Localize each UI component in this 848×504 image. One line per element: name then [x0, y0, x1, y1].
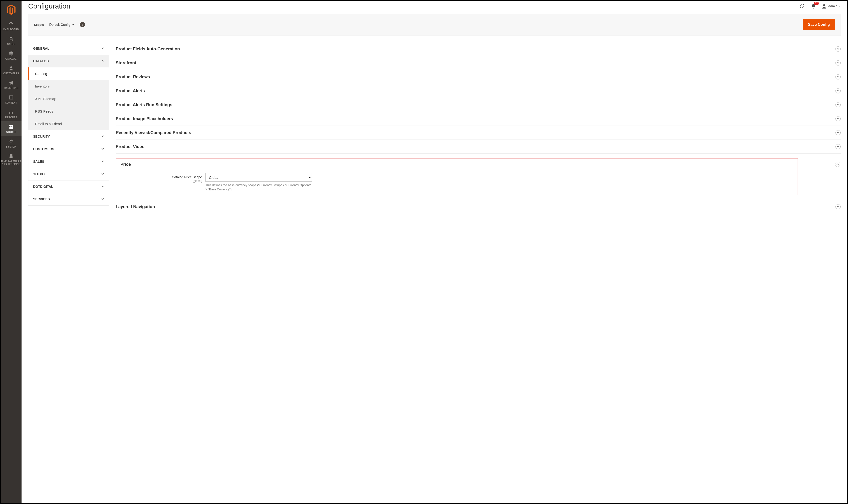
tab-yotpo[interactable]: YOTPO [29, 168, 109, 180]
field-note: This defines the base currency scope ("C… [205, 183, 312, 192]
section-header[interactable]: Product Alerts [116, 88, 841, 93]
subtab-email-friend[interactable]: Email to a Friend [29, 118, 109, 130]
sidebar-item-content[interactable]: CONTENT [1, 92, 21, 107]
chevron-down-icon [101, 134, 104, 138]
section-header[interactable]: Product Fields Auto-Generation [116, 46, 841, 52]
sidebar-label: SALES [7, 43, 15, 46]
section-header[interactable]: Product Alerts Run Settings [116, 102, 841, 107]
page-title: Configuration [28, 2, 70, 10]
chevron-down-icon [101, 160, 104, 163]
save-config-button[interactable]: Save Config [803, 19, 835, 30]
field-scope: [global] [120, 179, 202, 183]
expand-icon [835, 204, 841, 209]
tab-customers[interactable]: CUSTOMERS [29, 143, 109, 156]
tab-security[interactable]: SECURITY [29, 130, 109, 143]
section-title: Product Alerts [116, 88, 145, 93]
section-body: Catalog Price Scope [global] Global This… [120, 173, 798, 192]
tab-label: CUSTOMERS [33, 147, 54, 151]
scope-bar: Scope: Default Config ? Save Config [28, 14, 841, 35]
sidebar-item-reports[interactable]: REPORTS [1, 107, 21, 121]
tab-catalog-sub: Catalog Inventory XML Sitemap RSS Feeds … [29, 67, 109, 130]
section-title: Storefront [116, 60, 136, 66]
tab-label: CATALOG [33, 59, 49, 63]
subtab-rss-feeds[interactable]: RSS Feeds [29, 105, 109, 118]
tab-label: SERVICES [33, 197, 50, 201]
subtab-xml-sitemap[interactable]: XML Sitemap [29, 92, 109, 105]
subtab-catalog[interactable]: Catalog [29, 67, 109, 80]
field-label: Catalog Price Scope [global] [120, 173, 202, 183]
tab-sales[interactable]: SALES [29, 156, 109, 168]
section-header[interactable]: Product Video [116, 144, 841, 149]
section-header[interactable]: Product Reviews [116, 74, 841, 79]
scope-select[interactable]: Default Config [49, 23, 74, 26]
sidebar-item-dashboard[interactable]: DASHBOARD [1, 19, 21, 33]
collapse-icon [835, 162, 840, 167]
section-header[interactable]: Recently Viewed/Compared Products [116, 130, 841, 135]
chevron-down-icon [72, 24, 74, 26]
expand-icon [835, 46, 841, 52]
section-title: Recently Viewed/Compared Products [116, 130, 191, 135]
tab-label: SECURITY [33, 134, 50, 138]
catalog-price-scope-select[interactable]: Global [205, 173, 312, 182]
tab-services[interactable]: SERVICES [29, 193, 109, 205]
section-header[interactable]: Storefront [116, 60, 841, 66]
section-header[interactable]: Price [120, 162, 840, 167]
expand-icon [835, 130, 841, 135]
user-icon [821, 3, 827, 9]
section-layered-navigation: Layered Navigation [116, 200, 841, 214]
sidebar-label: REPORTS [5, 116, 17, 119]
notifications-badge: 12 [814, 2, 819, 5]
tab-label: YOTPO [33, 172, 45, 176]
sidebar-item-catalog[interactable]: CATALOG [1, 48, 21, 63]
sidebar-item-sales[interactable]: SALES [1, 33, 21, 48]
search-icon[interactable] [799, 3, 806, 10]
section-header[interactable]: Layered Navigation [116, 204, 841, 209]
expand-icon [835, 60, 841, 66]
section-recently-viewed: Recently Viewed/Compared Products [116, 126, 841, 140]
help-icon[interactable]: ? [80, 22, 85, 27]
section-title: Product Alerts Run Settings [116, 103, 172, 107]
sidebar-label: FIND PARTNERS & EXTENSIONS [1, 160, 21, 166]
tab-label: SALES [33, 160, 44, 163]
subtab-inventory[interactable]: Inventory [29, 80, 109, 92]
notifications-icon[interactable]: 12 [810, 3, 817, 10]
expand-icon [835, 74, 841, 79]
field-label-text: Catalog Price Scope [172, 175, 202, 179]
section-header[interactable]: Product Image Placeholders [116, 116, 841, 121]
section-image-placeholders: Product Image Placeholders [116, 112, 841, 126]
tab-label: GENERAL [33, 47, 49, 50]
section-title: Layered Navigation [116, 204, 155, 209]
magento-logo[interactable] [5, 4, 17, 15]
user-menu[interactable]: admin [821, 3, 841, 9]
section-product-alerts: Product Alerts [116, 84, 841, 98]
section-product-reviews: Product Reviews [116, 70, 841, 84]
sidebar-label: SYSTEM [6, 145, 16, 148]
sidebar-label: CUSTOMERS [3, 72, 19, 75]
admin-sidebar: DASHBOARD SALES CATALOG CUSTOMERS MARKET… [1, 1, 21, 503]
config-tabs: GENERAL CATALOG Catalog Inventory XML Si… [28, 42, 109, 205]
sidebar-item-marketing[interactable]: MARKETING [1, 77, 21, 92]
sidebar-item-stores[interactable]: STORES [1, 121, 21, 136]
tab-catalog[interactable]: CATALOG [29, 55, 109, 67]
expand-icon [835, 144, 841, 149]
section-product-video: Product Video [116, 140, 841, 154]
expand-icon [835, 116, 841, 121]
sidebar-item-partners[interactable]: FIND PARTNERS & EXTENSIONS [1, 151, 21, 168]
tab-dotdigital[interactable]: DOTDIGITAL [29, 180, 109, 193]
sidebar-label: CONTENT [5, 102, 17, 104]
sidebar-label: STORES [6, 131, 16, 133]
section-product-alerts-run: Product Alerts Run Settings [116, 98, 841, 112]
user-label: admin [828, 4, 837, 8]
content: GENERAL CATALOG Catalog Inventory XML Si… [21, 35, 847, 214]
section-title: Product Image Placeholders [116, 116, 173, 121]
sidebar-item-customers[interactable]: CUSTOMERS [1, 63, 21, 77]
field-control: Global This defines the base currency sc… [205, 173, 312, 192]
page-header: Configuration 12 admin [21, 1, 847, 10]
scope-label: Scope: [34, 23, 44, 26]
chevron-down-icon [839, 6, 841, 7]
section-title: Product Video [116, 144, 145, 149]
sidebar-label: DASHBOARD [3, 28, 19, 31]
tab-general[interactable]: GENERAL [29, 42, 109, 55]
sidebar-item-system[interactable]: SYSTEM [1, 136, 21, 151]
section-storefront: Storefront [116, 56, 841, 70]
